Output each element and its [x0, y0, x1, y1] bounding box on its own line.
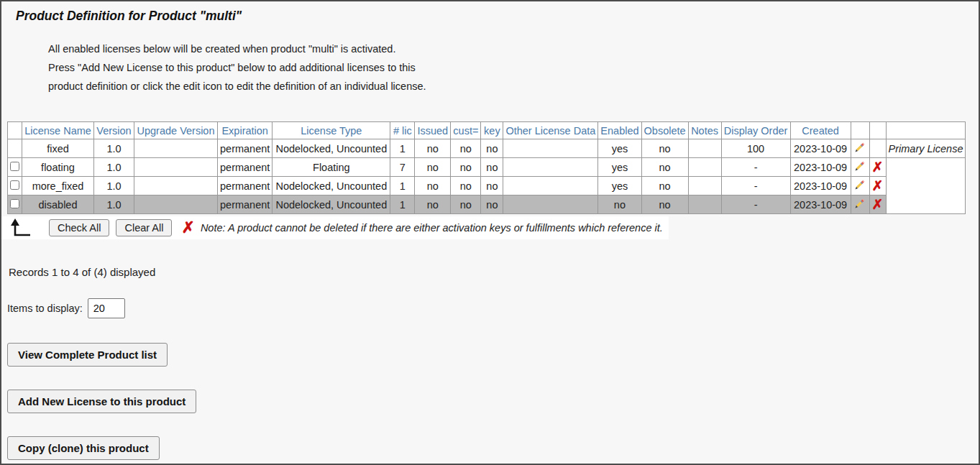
page-description: All enabled licenses below will be creat… — [48, 40, 979, 96]
column-header-notes[interactable]: Notes — [688, 122, 721, 139]
cell-key: no — [481, 177, 503, 195]
cell-cust: no — [451, 177, 481, 195]
cell-issued: no — [415, 139, 451, 158]
cell-numlic: 1 — [390, 139, 415, 158]
cell-type: Nodelocked, Uncounted — [273, 177, 390, 195]
column-header-checkbox[interactable] — [8, 122, 22, 139]
cell-checkbox — [8, 177, 22, 195]
delete-x-icon: ✗ — [181, 220, 194, 236]
row-select-checkbox[interactable] — [10, 180, 19, 190]
records-summary: Records 1 to 4 of (4) displayed — [9, 266, 979, 278]
copy-clone-product-button[interactable]: Copy (clone) this product — [7, 436, 160, 460]
cell-checkbox — [8, 158, 22, 177]
items-to-display-row: Items to display: — [7, 298, 979, 318]
cell-version: 1.0 — [94, 195, 134, 214]
column-header-expiration[interactable]: Expiration — [218, 122, 273, 139]
cell-name: more_fixed — [22, 177, 94, 195]
cell-other — [503, 195, 598, 214]
cell-key: no — [481, 158, 503, 177]
cell-version: 1.0 — [94, 158, 134, 177]
cell-display_order: - — [721, 158, 790, 177]
cell-notes — [688, 139, 721, 158]
column-header-primary[interactable] — [886, 122, 966, 139]
cell-other — [503, 158, 598, 177]
cell-type: Floating — [273, 158, 390, 177]
table-action-row: Check All Clear All ✗ Note: A product ca… — [1, 216, 669, 239]
column-header-key[interactable]: key — [481, 122, 503, 139]
primary-license-cell: Primary License — [886, 139, 966, 158]
cell-cust: no — [451, 158, 481, 177]
cell-enabled: yes — [598, 177, 641, 195]
column-header-version[interactable]: Version — [94, 122, 134, 139]
cell-expiration: permanent — [218, 177, 273, 195]
license-row: fixed1.0permanentNodelocked, Uncounted1n… — [8, 139, 966, 158]
column-header-edit[interactable] — [851, 122, 869, 139]
cell-delete: ✗ — [869, 195, 886, 214]
column-header-other[interactable]: Other License Data — [503, 122, 598, 139]
column-header-obsolete[interactable]: Obsolete — [641, 122, 688, 139]
cell-notes — [688, 158, 721, 177]
delete-license-icon[interactable]: ✗ — [872, 198, 884, 211]
description-line: Press "Add New License to this product" … — [48, 58, 979, 77]
license-row: more_fixed1.0permanentNodelocked, Uncoun… — [8, 177, 966, 195]
column-header-enabled[interactable]: Enabled — [598, 122, 641, 139]
description-line: product definition or click the edit ico… — [48, 77, 979, 96]
cell-version: 1.0 — [94, 177, 134, 195]
cell-cust: no — [451, 139, 481, 158]
row-select-checkbox[interactable] — [10, 199, 19, 208]
view-complete-product-list-button[interactable]: View Complete Product list — [7, 343, 168, 367]
cell-created: 2023-10-09 — [790, 139, 851, 158]
check-all-button[interactable]: Check All — [49, 219, 109, 236]
add-new-license-button[interactable]: Add New License to this product — [7, 390, 196, 413]
cell-key: no — [481, 139, 503, 158]
edit-pencil-icon[interactable] — [854, 181, 866, 193]
cell-display_order: - — [721, 195, 790, 214]
cell-notes — [688, 195, 721, 214]
column-header-cust[interactable]: cust= — [451, 122, 481, 139]
cell-delete — [869, 139, 886, 158]
cell-name: fixed — [22, 139, 94, 158]
cell-created: 2023-10-09 — [790, 158, 851, 177]
column-header-upgrade[interactable]: Upgrade Version — [134, 122, 218, 139]
cell-issued: no — [415, 158, 451, 177]
column-header-numlic[interactable]: # lic — [390, 122, 415, 139]
cell-obsolete: no — [641, 177, 688, 195]
cell-delete: ✗ — [869, 177, 886, 195]
select-column-arrow-icon — [9, 218, 32, 237]
edit-pencil-icon[interactable] — [854, 200, 866, 211]
column-header-issued[interactable]: Issued — [415, 122, 451, 139]
page-title: Product Definition for Product "multi" — [16, 9, 979, 24]
cell-name: disabled — [22, 195, 94, 214]
items-to-display-label: Items to display: — [7, 303, 83, 314]
items-to-display-input[interactable] — [88, 298, 125, 318]
column-header-type[interactable]: License Type — [273, 122, 390, 139]
column-header-name[interactable]: License Name — [22, 122, 94, 139]
cell-edit — [851, 195, 869, 214]
table-header-row: License NameVersionUpgrade VersionExpira… — [8, 122, 966, 139]
edit-pencil-icon[interactable] — [854, 144, 866, 155]
cell-enabled: yes — [598, 139, 641, 158]
cell-type: Nodelocked, Uncounted — [273, 139, 390, 158]
cell-type: Nodelocked, Uncounted — [273, 195, 390, 214]
column-header-created[interactable]: Created — [790, 122, 851, 139]
delete-license-icon[interactable]: ✗ — [872, 160, 884, 174]
cell-other — [503, 177, 598, 195]
cell-enabled: yes — [598, 158, 641, 177]
cell-issued: no — [415, 195, 451, 214]
delete-note: Note: A product cannot be deleted if the… — [201, 222, 663, 234]
clear-all-button[interactable]: Clear All — [116, 219, 172, 236]
cell-notes — [688, 177, 721, 195]
column-header-display_order[interactable]: Display Order — [721, 122, 790, 139]
cell-checkbox — [8, 195, 22, 214]
delete-license-icon[interactable]: ✗ — [872, 179, 884, 193]
edit-pencil-icon[interactable] — [854, 162, 866, 174]
column-header-delete[interactable] — [869, 122, 886, 139]
row-select-checkbox[interactable] — [10, 162, 19, 171]
cell-issued: no — [415, 177, 451, 195]
license-row: floating1.0permanentFloating7nononoyesno… — [8, 158, 966, 177]
cell-obsolete: no — [641, 195, 688, 214]
cell-checkbox — [8, 139, 22, 158]
cell-edit — [851, 177, 869, 195]
cell-delete: ✗ — [869, 158, 886, 177]
cell-created: 2023-10-09 — [790, 195, 851, 214]
